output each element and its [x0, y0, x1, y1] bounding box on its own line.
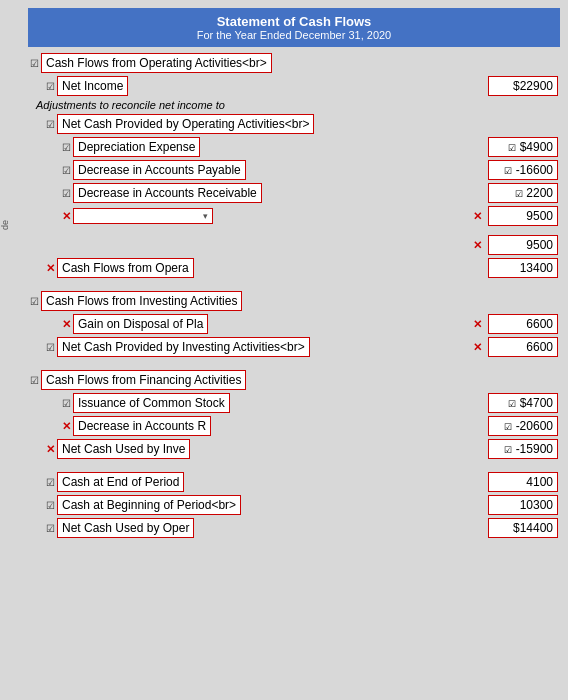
check-icon-ar: ☑ [515, 189, 523, 199]
x-icon-8: ✕ [62, 420, 71, 433]
col2-val1-box[interactable]: 9500 [488, 235, 558, 255]
issuance-box[interactable]: Issuance of Common Stock [73, 393, 230, 413]
cash-end-box[interactable]: Cash at End of Period [57, 472, 184, 492]
investing-activities-box[interactable]: Cash Flows from Investing Activities [41, 291, 242, 311]
net-cash-oper-value-box[interactable]: $14400 [488, 518, 558, 538]
gain-label-area: ✕ Gain on Disposal of Pla [62, 314, 473, 334]
gain-value-box[interactable]: 6600 [488, 314, 558, 334]
depreciation-label-area: ☑ Depreciation Expense [62, 137, 488, 157]
gain-box[interactable]: Gain on Disposal of Pla [73, 314, 208, 334]
financing-activities-row: ☑ Cash Flows from Financing Activities [28, 370, 560, 390]
issuance-values: ☑ $4700 [488, 393, 558, 413]
cash-end-values: 4100 [488, 472, 558, 492]
cash-begin-values: 10300 [488, 495, 558, 515]
net-cash-operating-label-area: ☑ Net Cash Provided by Operating Activit… [46, 114, 558, 134]
check-icon-fin: ☑ [30, 375, 39, 386]
decrease-r-value-box[interactable]: ☑ -20600 [488, 416, 558, 436]
check-icon-2: ☑ [46, 81, 55, 92]
dropdown-box[interactable]: ▾ [73, 208, 213, 224]
net-cash-investing-value-box[interactable]: 6600 [488, 337, 558, 357]
check-icon-ap: ☑ [504, 166, 512, 176]
net-income-row: ☑ Net Income $22900 [44, 76, 560, 96]
net-cash-oper-box[interactable]: Net Cash Used by Oper [57, 518, 194, 538]
net-cash-oper-row: ☑ Net Cash Used by Oper $14400 [44, 518, 560, 538]
cash-flows-opera-label-area: ✕ Cash Flows from Opera [46, 258, 488, 278]
cash-flows-opera-row: ✕ Cash Flows from Opera 13400 [44, 258, 560, 278]
decrease-ap-box[interactable]: Decrease in Accounts Payable [73, 160, 246, 180]
gain-row: ✕ Gain on Disposal of Pla ✕ 6600 [60, 314, 560, 334]
net-cash-investing-box[interactable]: Net Cash Provided by Investing Activitie… [57, 337, 310, 357]
net-income-values: $22900 [404, 76, 558, 96]
net-cash-used-row: ✕ Net Cash Used by Inve ☑ -15900 [44, 439, 560, 459]
cash-flows-opera-box[interactable]: Cash Flows from Opera [57, 258, 194, 278]
cash-begin-row: ☑ Cash at Beginning of Period<br> 10300 [44, 495, 560, 515]
header-subtitle: For the Year Ended December 31, 2020 [32, 29, 556, 41]
cash-begin-box[interactable]: Cash at Beginning of Period<br> [57, 495, 241, 515]
check-icon-end: ☑ [46, 477, 55, 488]
operating-activities-box[interactable]: Cash Flows from Operating Activities<br> [41, 53, 272, 73]
decrease-r-values: ☑ -20600 [488, 416, 558, 436]
cash-begin-value-box[interactable]: 10300 [488, 495, 558, 515]
decrease-ar-row: ☑ Decrease in Accounts Receivable ☑ 2200 [60, 183, 560, 203]
decrease-ar-box[interactable]: Decrease in Accounts Receivable [73, 183, 262, 203]
check-icon-oper: ☑ [46, 523, 55, 534]
col2-val1-values: ✕ 9500 [473, 235, 558, 255]
decrease-ap-values: ☑ -16600 [488, 160, 558, 180]
net-cash-operating-box[interactable]: Net Cash Provided by Operating Activitie… [57, 114, 314, 134]
net-cash-oper-label-area: ☑ Net Cash Used by Oper [46, 518, 488, 538]
check-icon-1: ☑ [30, 58, 39, 69]
depreciation-value-box[interactable]: ☑ $4900 [488, 137, 558, 157]
adjustments-label: Adjustments to reconcile net income to [36, 99, 560, 111]
net-cash-used-value-box[interactable]: ☑ -15900 [488, 439, 558, 459]
net-cash-oper-values: $14400 [488, 518, 558, 538]
decrease-r-row: ✕ Decrease in Accounts R ☑ -20600 [60, 416, 560, 436]
net-income-value-box[interactable]: $22900 [488, 76, 558, 96]
sidebar-text: de [0, 220, 10, 230]
dropdown-value-box[interactable]: 9500 [488, 206, 558, 226]
financing-label-area: ☑ Cash Flows from Financing Activities [30, 370, 558, 390]
depreciation-box[interactable]: Depreciation Expense [73, 137, 200, 157]
net-income-label-area: ☑ Net Income [46, 76, 404, 96]
cash-flows-opera-value-box[interactable]: 13400 [488, 258, 558, 278]
x-icon-4: ✕ [46, 262, 55, 275]
cash-end-row: ☑ Cash at End of Period 4100 [44, 472, 560, 492]
net-cash-used-box[interactable]: Net Cash Used by Inve [57, 439, 190, 459]
dropdown-values: ✕ 9500 [473, 206, 558, 226]
net-cash-used-label-area: ✕ Net Cash Used by Inve [46, 439, 488, 459]
decrease-ar-label-area: ☑ Decrease in Accounts Receivable [62, 183, 488, 203]
decrease-ap-value-box[interactable]: ☑ -16600 [488, 160, 558, 180]
page-wrapper: de Statement of Cash Flows For the Year … [0, 0, 568, 700]
col2-val1-row: ✕ 9500 [28, 235, 560, 255]
check-icon-ncuv: ☑ [504, 445, 512, 455]
decrease-ap-row: ☑ Decrease in Accounts Payable ☑ -16600 [60, 160, 560, 180]
net-cash-investing-row: ☑ Net Cash Provided by Investing Activit… [44, 337, 560, 357]
dropdown-row: ✕ ▾ ✕ 9500 [60, 206, 560, 226]
net-cash-operating-row: ☑ Net Cash Provided by Operating Activit… [44, 114, 560, 134]
decrease-ar-value-box[interactable]: ☑ 2200 [488, 183, 558, 203]
cash-end-value-box[interactable]: 4100 [488, 472, 558, 492]
check-icon-inv: ☑ [30, 296, 39, 307]
chevron-down-icon: ▾ [203, 211, 208, 221]
check-icon-6: ☑ [62, 188, 71, 199]
x-icon-9: ✕ [46, 443, 55, 456]
check-icon-issv: ☑ [508, 399, 516, 409]
operating-label-area: ☑ Cash Flows from Operating Activities<b… [30, 53, 558, 73]
issuance-value-box[interactable]: ☑ $4700 [488, 393, 558, 413]
financing-activities-box[interactable]: Cash Flows from Financing Activities [41, 370, 246, 390]
issuance-row: ☑ Issuance of Common Stock ☑ $4700 [60, 393, 560, 413]
operating-activities-row: ☑ Cash Flows from Operating Activities<b… [28, 53, 560, 73]
cash-end-label-area: ☑ Cash at End of Period [46, 472, 488, 492]
net-income-box[interactable]: Net Income [57, 76, 128, 96]
depreciation-values: ☑ $4900 [488, 137, 558, 157]
investing-label-area: ☑ Cash Flows from Investing Activities [30, 291, 558, 311]
net-cash-investing-label-area: ☑ Net Cash Provided by Investing Activit… [46, 337, 473, 357]
check-icon-rv: ☑ [504, 422, 512, 432]
header-title: Statement of Cash Flows [32, 14, 556, 29]
gain-values: ✕ 6600 [473, 314, 558, 334]
check-icon-inv2: ☑ [46, 342, 55, 353]
net-cash-used-values: ☑ -15900 [488, 439, 558, 459]
decrease-r-box[interactable]: Decrease in Accounts R [73, 416, 211, 436]
main-content: Statement of Cash Flows For the Year End… [28, 8, 560, 538]
check-icon-iss: ☑ [62, 398, 71, 409]
net-cash-investing-values: ✕ 6600 [473, 337, 558, 357]
